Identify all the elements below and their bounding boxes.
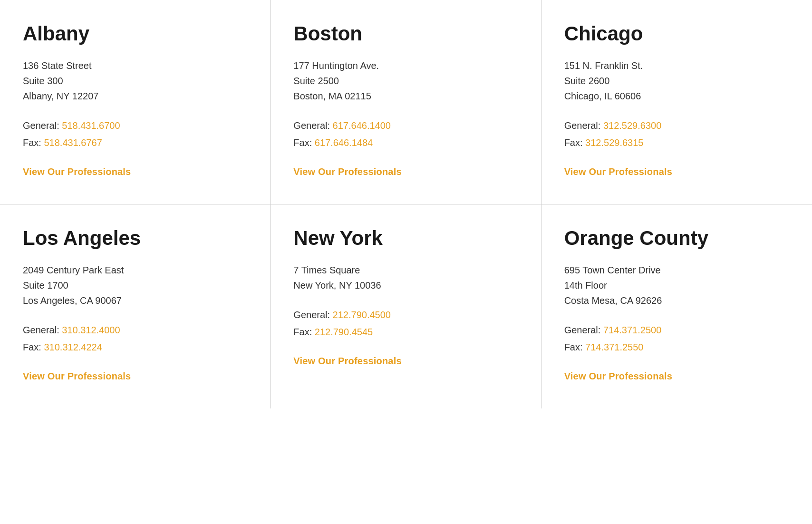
general-phone-line: General: 617.646.1400 <box>293 117 518 134</box>
address-line3: Los Angeles, CA 90067 <box>23 293 247 308</box>
fax-phone-line: Fax: 310.312.4224 <box>23 339 247 356</box>
address-line2: New York, NY 10036 <box>293 278 518 293</box>
office-contact: General: 212.790.4500 Fax: 212.790.4545 <box>293 306 518 340</box>
fax-phone-link[interactable]: 310.312.4224 <box>44 342 102 352</box>
view-professionals-link[interactable]: View Our Professionals <box>564 371 672 382</box>
address-line1: 2049 Century Park East <box>23 262 247 278</box>
address-line2: Suite 300 <box>23 73 247 88</box>
address-line2: 14th Floor <box>564 278 789 293</box>
office-address: 7 Times SquareNew York, NY 10036 <box>293 262 518 293</box>
general-phone-link[interactable]: 617.646.1400 <box>333 120 391 131</box>
address-line3: Chicago, IL 60606 <box>564 88 789 104</box>
general-label: General: <box>23 120 62 131</box>
general-phone-line: General: 310.312.4000 <box>23 321 247 339</box>
office-card-albany: Albany 136 State StreetSuite 300Albany, … <box>0 0 271 204</box>
office-address: 2049 Century Park EastSuite 1700Los Ange… <box>23 262 247 308</box>
office-card-boston: Boston 177 Huntington Ave.Suite 2500Bost… <box>271 0 541 204</box>
offices-grid: Albany 136 State StreetSuite 300Albany, … <box>0 0 812 408</box>
general-label: General: <box>293 310 332 320</box>
fax-label: Fax: <box>564 137 585 148</box>
office-card-new-york: New York 7 Times SquareNew York, NY 1003… <box>271 204 541 408</box>
office-card-chicago: Chicago 151 N. Franklin St.Suite 2600Chi… <box>541 0 812 204</box>
fax-phone-link[interactable]: 312.529.6315 <box>585 137 643 148</box>
fax-label: Fax: <box>23 342 44 352</box>
office-contact: General: 310.312.4000 Fax: 310.312.4224 <box>23 321 247 356</box>
general-label: General: <box>23 325 62 335</box>
general-label: General: <box>293 120 332 131</box>
view-professionals-link[interactable]: View Our Professionals <box>564 166 672 177</box>
general-phone-link[interactable]: 714.371.2500 <box>603 325 661 335</box>
office-address: 177 Huntington Ave.Suite 2500Boston, MA … <box>293 58 518 104</box>
fax-phone-link[interactable]: 212.790.4545 <box>315 327 373 337</box>
office-contact: General: 617.646.1400 Fax: 617.646.1484 <box>293 117 518 151</box>
office-card-orange-county: Orange County 695 Town Center Drive14th … <box>541 204 812 408</box>
view-professionals-link[interactable]: View Our Professionals <box>293 356 401 367</box>
fax-phone-link[interactable]: 617.646.1484 <box>315 137 373 148</box>
office-name: Chicago <box>564 23 789 45</box>
general-phone-line: General: 714.371.2500 <box>564 321 789 339</box>
general-phone-link[interactable]: 312.529.6300 <box>603 120 661 131</box>
view-professionals-link[interactable]: View Our Professionals <box>23 371 131 382</box>
office-contact: General: 518.431.6700 Fax: 518.431.6767 <box>23 117 247 151</box>
office-contact: General: 714.371.2500 Fax: 714.371.2550 <box>564 321 789 356</box>
fax-phone-link[interactable]: 714.371.2550 <box>585 342 643 352</box>
fax-phone-line: Fax: 617.646.1484 <box>293 134 518 151</box>
address-line1: 177 Huntington Ave. <box>293 58 518 73</box>
fax-label: Fax: <box>293 327 314 337</box>
general-label: General: <box>564 120 603 131</box>
address-line1: 151 N. Franklin St. <box>564 58 789 73</box>
view-professionals-link[interactable]: View Our Professionals <box>23 166 131 177</box>
address-line3: Albany, NY 12207 <box>23 88 247 104</box>
address-line3: Boston, MA 02115 <box>293 88 518 104</box>
general-phone-link[interactable]: 518.431.6700 <box>62 120 120 131</box>
general-phone-line: General: 312.529.6300 <box>564 117 789 134</box>
address-line1: 7 Times Square <box>293 262 518 278</box>
fax-label: Fax: <box>564 342 585 352</box>
address-line2: Suite 1700 <box>23 278 247 293</box>
address-line2: Suite 2500 <box>293 73 518 88</box>
office-address: 695 Town Center Drive14th FloorCosta Mes… <box>564 262 789 308</box>
general-phone-line: General: 518.431.6700 <box>23 117 247 134</box>
general-phone-link[interactable]: 212.790.4500 <box>333 310 391 320</box>
address-line1: 695 Town Center Drive <box>564 262 789 278</box>
fax-phone-line: Fax: 714.371.2550 <box>564 339 789 356</box>
office-address: 136 State StreetSuite 300Albany, NY 1220… <box>23 58 247 104</box>
fax-label: Fax: <box>293 137 314 148</box>
office-address: 151 N. Franklin St.Suite 2600Chicago, IL… <box>564 58 789 104</box>
office-contact: General: 312.529.6300 Fax: 312.529.6315 <box>564 117 789 151</box>
fax-phone-link[interactable]: 518.431.6767 <box>44 137 102 148</box>
fax-phone-line: Fax: 312.529.6315 <box>564 134 789 151</box>
fax-label: Fax: <box>23 137 44 148</box>
general-phone-line: General: 212.790.4500 <box>293 306 518 323</box>
fax-phone-line: Fax: 212.790.4545 <box>293 323 518 340</box>
office-name: Los Angeles <box>23 227 247 249</box>
view-professionals-link[interactable]: View Our Professionals <box>293 166 401 177</box>
address-line3: Costa Mesa, CA 92626 <box>564 293 789 308</box>
office-card-los-angeles: Los Angeles 2049 Century Park EastSuite … <box>0 204 271 408</box>
office-name: Boston <box>293 23 518 45</box>
general-phone-link[interactable]: 310.312.4000 <box>62 325 120 335</box>
office-name: Orange County <box>564 227 789 249</box>
address-line2: Suite 2600 <box>564 73 789 88</box>
general-label: General: <box>564 325 603 335</box>
office-name: New York <box>293 227 518 249</box>
fax-phone-line: Fax: 518.431.6767 <box>23 134 247 151</box>
address-line1: 136 State Street <box>23 58 247 73</box>
office-name: Albany <box>23 23 247 45</box>
